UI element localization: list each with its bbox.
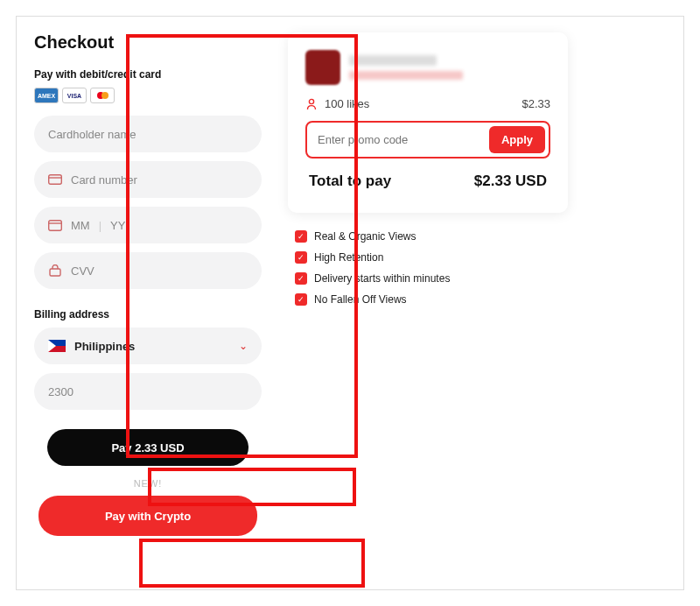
expiry-field[interactable]: MM | YY: [34, 207, 262, 243]
product-row: [305, 50, 550, 85]
likes-price: $2.33: [522, 97, 550, 110]
feature-text: High Retention: [314, 251, 383, 264]
expiry-separator: |: [99, 219, 102, 232]
pay-card-heading: Pay with debit/credit card: [34, 68, 262, 81]
total-label: Total to pay: [309, 173, 391, 190]
card-brand-row: AMEX VISA: [34, 88, 262, 103]
cvv-placeholder: CVV: [71, 264, 94, 278]
promo-code-group: Apply: [305, 121, 550, 159]
feature-text: No Fallen Off Views: [314, 293, 407, 306]
check-icon: ✓: [295, 251, 307, 264]
order-summary-card: 100 likes $2.33 Apply Total to pay $2.33…: [288, 32, 568, 213]
country-value: Philippines: [74, 340, 135, 353]
svg-rect-0: [49, 175, 62, 185]
feature-text: Real & Organic Views: [314, 230, 416, 243]
apply-button[interactable]: Apply: [489, 126, 545, 153]
calendar-icon: [48, 219, 62, 231]
billing-heading: Billing address: [34, 308, 262, 321]
total-value: $2.33 USD: [474, 173, 547, 190]
cvv-field[interactable]: CVV: [34, 252, 262, 289]
cardholder-name-field[interactable]: Cardholder name: [34, 116, 262, 152]
philippines-flag-icon: [48, 340, 66, 352]
list-item: ✓Delivery starts within minutes: [295, 272, 561, 285]
list-item: ✓High Retention: [295, 251, 561, 264]
svg-rect-4: [50, 269, 60, 276]
yy-placeholder: YY: [110, 219, 125, 232]
pay-button[interactable]: Pay 2.33 USD: [47, 429, 248, 466]
page-title: Checkout: [34, 32, 262, 53]
feature-list: ✓Real & Organic Views ✓High Retention ✓D…: [288, 230, 568, 306]
cardholder-placeholder: Cardholder name: [48, 128, 136, 141]
mm-placeholder: MM: [71, 219, 90, 232]
amex-icon: AMEX: [34, 88, 59, 103]
list-item: ✓No Fallen Off Views: [295, 293, 561, 306]
product-thumbnail: [305, 50, 340, 85]
promo-code-input[interactable]: [311, 128, 489, 152]
check-icon: ✓: [295, 272, 307, 285]
postal-code-field[interactable]: 2300: [34, 373, 262, 410]
person-icon: [305, 98, 318, 110]
total-row: Total to pay $2.33 USD: [305, 173, 550, 195]
pay-with-crypto-button[interactable]: Pay with Crypto: [38, 496, 257, 536]
svg-point-5: [309, 99, 313, 103]
lock-icon: [48, 264, 62, 277]
svg-rect-2: [49, 221, 62, 231]
check-icon: ✓: [295, 230, 307, 243]
mastercard-icon: [90, 88, 115, 103]
card-number-placeholder: Card number: [71, 173, 137, 187]
country-select[interactable]: Philippines ⌄: [34, 328, 262, 364]
likes-label: 100 likes: [325, 97, 369, 110]
chevron-down-icon: ⌄: [239, 340, 248, 352]
product-name-redacted: [349, 55, 437, 66]
feature-text: Delivery starts within minutes: [314, 272, 450, 285]
new-badge: NEW!: [34, 478, 262, 489]
check-icon: ✓: [295, 293, 307, 306]
likes-row: 100 likes $2.33: [305, 97, 550, 110]
card-icon: [48, 174, 62, 185]
card-number-field[interactable]: Card number: [34, 161, 262, 198]
visa-icon: VISA: [62, 88, 87, 103]
list-item: ✓Real & Organic Views: [295, 230, 561, 243]
postal-value: 2300: [48, 385, 74, 398]
product-sub-redacted: [349, 71, 463, 80]
